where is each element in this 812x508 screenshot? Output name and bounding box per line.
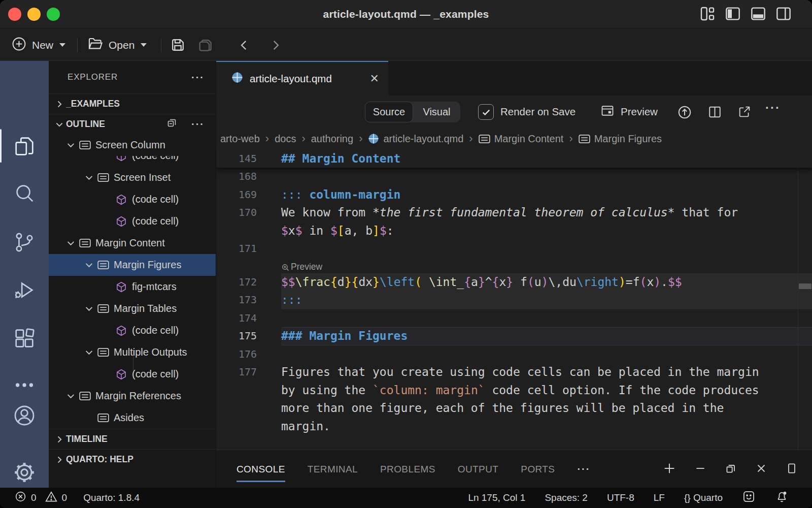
save-all-button[interactable] <box>197 29 214 61</box>
split-editor-icon[interactable] <box>707 105 722 121</box>
section-timeline[interactable]: TIMELINE <box>49 429 216 449</box>
outline-item-multiple-outputs[interactable]: Multiple Outputs <box>49 341 216 363</box>
chevron-down-icon[interactable] <box>62 238 79 248</box>
navigate-forward-button[interactable] <box>269 29 282 61</box>
mode-source-button[interactable]: Source <box>365 102 413 122</box>
breadcrumb-item[interactable]: docs <box>275 133 296 145</box>
code-line-168[interactable]: 168 <box>216 168 812 186</box>
panel-tab-problems[interactable]: PROBLEMS <box>380 461 435 478</box>
breadcrumb-item[interactable]: article-layout.qmd <box>368 133 463 145</box>
section-quarto-help[interactable]: QUARTO: HELP <box>49 449 216 469</box>
save-button[interactable] <box>170 29 186 61</box>
code-line[interactable]: more than one figure, each of the figure… <box>216 399 812 418</box>
outline-item-margin-figures[interactable]: Margin Figures <box>49 254 216 276</box>
code-line-175[interactable]: 175### Margin Figures <box>216 327 812 345</box>
code-line-170[interactable]: 170We know from *the first fundamental t… <box>216 204 812 222</box>
panel-close-icon[interactable] <box>755 462 768 477</box>
source-control-icon[interactable] <box>0 224 49 261</box>
panel-tab-output[interactable]: OUTPUT <box>458 461 499 478</box>
render-on-save-checkbox[interactable] <box>478 104 494 120</box>
panel-tab-ports[interactable]: PORTS <box>521 461 555 478</box>
breadcrumb-item[interactable]: arto-web <box>220 133 260 145</box>
customize-layout-icon[interactable] <box>699 6 716 22</box>
outline-item--code-cell-[interactable]: (code cell) <box>49 363 216 385</box>
run-debug-icon[interactable] <box>0 272 49 309</box>
publish-icon[interactable] <box>677 105 692 122</box>
search-view-icon[interactable] <box>0 175 49 211</box>
code-line-171[interactable]: 171 <box>216 240 812 258</box>
status-item[interactable]: Ln 175, Col 1 <box>468 492 525 503</box>
chevron-down-icon[interactable] <box>80 347 97 358</box>
toggle-bottom-panel-icon[interactable] <box>750 6 766 22</box>
preview-button[interactable]: Preview <box>600 96 658 128</box>
chevron-down-icon[interactable] <box>62 140 79 150</box>
toggle-left-sidebar-icon[interactable] <box>725 6 741 22</box>
open-external-icon[interactable] <box>737 105 752 121</box>
code-line-172[interactable]: 172$$\frac{d}{dx}\left( \int_{a}^{x} f(u… <box>216 273 812 292</box>
feedback-smiley-icon[interactable] <box>742 490 756 506</box>
outline-item-margin-tables[interactable]: Margin Tables <box>49 298 216 320</box>
problems-status[interactable]: 0 0 <box>14 490 67 506</box>
chevron-down-icon[interactable] <box>80 260 97 270</box>
chevron-down-icon[interactable] <box>80 172 97 183</box>
section-outline[interactable]: OUTLINE ··· <box>49 114 216 134</box>
code-line-145[interactable]: 145## Margin Content <box>216 149 812 168</box>
panel-tab-console[interactable]: CONSOLE <box>236 461 285 478</box>
files-icon[interactable] <box>0 128 49 165</box>
panel-restore-icon[interactable] <box>724 462 737 477</box>
new-button[interactable]: New <box>11 29 65 61</box>
code-line-177[interactable]: 177Figures that you create using code ce… <box>216 363 812 382</box>
settings-gear-icon[interactable] <box>0 443 49 480</box>
panel-more-tabs-icon[interactable]: ··· <box>577 463 590 475</box>
code-line-169[interactable]: 169::: column-margin <box>216 186 812 204</box>
code-line[interactable]: margin. <box>216 418 812 436</box>
panel-tab-terminal[interactable]: TERMINAL <box>308 461 358 478</box>
chevron-down-icon[interactable] <box>62 391 79 401</box>
panel-minimize-icon[interactable] <box>694 462 707 477</box>
outline-item--code-cell-[interactable]: (code cell) <box>49 156 216 167</box>
open-button[interactable]: Open <box>87 29 147 61</box>
panel-maximize-icon[interactable] <box>785 462 798 477</box>
navigate-back-button[interactable] <box>238 29 251 61</box>
toggle-right-sidebar-icon[interactable] <box>775 6 792 22</box>
code-editor[interactable]: 145## Margin Content168169::: column-mar… <box>216 149 812 450</box>
line-content: margin. <box>281 418 812 436</box>
outline-item--code-cell-[interactable]: (code cell) <box>49 210 216 232</box>
panel-add-icon[interactable] <box>662 461 676 478</box>
status-item[interactable]: LF <box>654 492 665 503</box>
outline-item--code-cell-[interactable]: (code cell) <box>49 320 216 341</box>
code-line[interactable]: $x$ in $[a, b]$: <box>216 222 812 240</box>
mode-visual-button[interactable]: Visual <box>413 102 460 122</box>
codelens-preview[interactable]: Preview <box>216 258 812 273</box>
editor-more-actions-icon[interactable]: ··· <box>765 101 781 115</box>
breadcrumb-item[interactable]: Margin Figures <box>579 133 662 145</box>
outline-item-margin-content[interactable]: Margin Content <box>49 232 216 254</box>
outline-item-screen-inset[interactable]: Screen Inset <box>49 167 216 188</box>
outline-more-actions-icon[interactable]: ··· <box>191 118 205 130</box>
breadcrumb-item[interactable]: Margin Content <box>479 133 564 145</box>
section-examples[interactable]: _EXAMPLES <box>49 93 216 114</box>
code-line-173[interactable]: 173::: <box>216 291 812 309</box>
explorer-more-actions-icon[interactable]: ··· <box>191 72 205 83</box>
outline-item-asides[interactable]: Asides <box>49 407 216 429</box>
code-line-174[interactable]: 174 <box>216 309 812 328</box>
chevron-down-icon[interactable] <box>80 303 97 314</box>
account-icon[interactable] <box>0 386 49 423</box>
breadcrumb-item[interactable]: authoring <box>311 133 353 145</box>
status-item[interactable]: UTF-8 <box>607 492 634 503</box>
extensions-icon[interactable] <box>0 320 49 357</box>
outline-item--code-cell-[interactable]: (code cell) <box>49 188 216 210</box>
code-line[interactable]: by using the `column: margin` code cell … <box>216 382 812 400</box>
tab-article-layout[interactable]: article-layout.qmd ✕ <box>216 61 388 96</box>
status-item[interactable]: Spaces: 2 <box>545 492 588 503</box>
code-line-176[interactable]: 176 <box>216 345 812 364</box>
collapse-all-icon[interactable] <box>166 117 178 132</box>
outline-item-screen-column[interactable]: Screen Column <box>49 134 216 156</box>
outline-item-fig-mtcars[interactable]: fig-mtcars <box>49 276 216 298</box>
notifications-bell-icon[interactable] <box>775 490 789 506</box>
close-tab-icon[interactable]: ✕ <box>370 72 379 85</box>
status-item[interactable]: {} Quarto <box>684 492 723 503</box>
outline-item-margin-references[interactable]: Margin References <box>49 385 216 407</box>
quarto-version-status[interactable]: Quarto: 1.8.4 <box>83 492 140 503</box>
scrollbar-slider[interactable] <box>799 283 811 289</box>
